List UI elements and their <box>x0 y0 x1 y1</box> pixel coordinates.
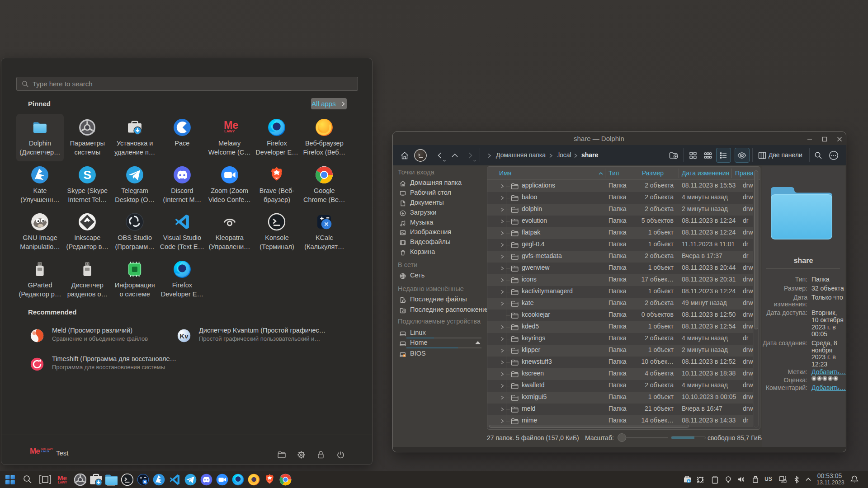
svg-text:S: S <box>83 168 91 182</box>
svg-text:LAWY: LAWY <box>58 481 67 484</box>
svg-text:LAWY: LAWY <box>224 129 235 133</box>
svg-text:Kv: Kv <box>180 333 189 340</box>
